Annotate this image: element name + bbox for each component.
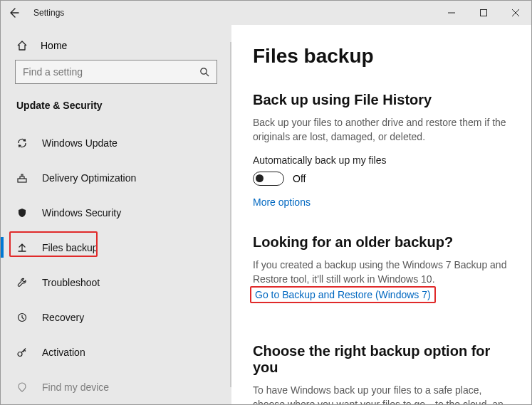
maximize-icon: [480, 9, 487, 16]
svg-line-5: [206, 73, 209, 76]
sidebar-item-windows-security[interactable]: Windows Security: [1, 195, 231, 230]
nav-label: Recovery: [42, 312, 84, 323]
titlebar: Settings: [1, 1, 531, 25]
back-arrow-icon: [8, 7, 19, 19]
close-icon: [512, 9, 519, 16]
body: Home Update & Security Windows Update: [1, 25, 531, 404]
section-file-history-desc: Back up your files to another drive and …: [253, 115, 508, 144]
content: Files backup Back up using File History …: [231, 25, 531, 404]
sidebar-item-recovery[interactable]: Recovery: [1, 300, 231, 335]
nav-label: Find my device: [42, 382, 109, 393]
sidebar: Home Update & Security Windows Update: [1, 25, 231, 404]
location-icon: [16, 382, 32, 393]
section-choose-backup-desc: To have Windows back up your files to a …: [253, 383, 508, 404]
more-options-link[interactable]: More options: [253, 196, 311, 208]
nav: Windows Update Delivery Optimization Win…: [1, 125, 231, 404]
search-input[interactable]: [23, 66, 199, 78]
toggle-label: Automatically back up my files: [253, 154, 508, 166]
delivery-icon: [16, 172, 32, 184]
backup-toggle[interactable]: [253, 172, 284, 186]
sidebar-item-troubleshoot[interactable]: Troubleshoot: [1, 265, 231, 300]
recovery-icon: [16, 312, 32, 323]
section-older-backup-desc: If you created a backup using the Window…: [253, 258, 508, 287]
sidebar-item-find-my-device[interactable]: Find my device: [1, 369, 231, 404]
svg-rect-1: [480, 10, 486, 16]
sidebar-home[interactable]: Home: [1, 38, 231, 53]
home-icon: [16, 40, 32, 51]
wrench-icon: [16, 277, 32, 288]
section-choose-backup-heading: Choose the right backup option for you: [253, 343, 508, 376]
sidebar-item-files-backup[interactable]: Files backup: [1, 230, 231, 265]
close-button[interactable]: [499, 2, 531, 23]
nav-label: Delivery Optimization: [42, 172, 136, 184]
sidebar-item-windows-update[interactable]: Windows Update: [1, 125, 231, 160]
nav-label: Activation: [42, 347, 85, 358]
section-older-backup-heading: Looking for an older backup?: [253, 234, 508, 251]
home-label: Home: [41, 40, 67, 51]
nav-label: Troubleshoot: [42, 277, 100, 288]
section-file-history-heading: Back up using File History: [253, 92, 508, 108]
sync-icon: [16, 137, 32, 149]
svg-rect-6: [18, 179, 26, 182]
back-button[interactable]: [8, 7, 21, 19]
maximize-button[interactable]: [467, 2, 499, 23]
nav-label: Windows Security: [42, 207, 121, 219]
page-title: Files backup: [253, 45, 508, 68]
sidebar-divider: [230, 42, 231, 387]
svg-point-8: [18, 352, 22, 356]
search-box[interactable]: [15, 60, 217, 84]
backup-icon: [16, 242, 32, 253]
search-icon: [199, 67, 209, 77]
window-controls: [435, 2, 531, 23]
settings-window: Settings Home: [0, 0, 532, 405]
minimize-icon: [448, 9, 455, 16]
backup-restore-win7-link[interactable]: Go to Backup and Restore (Windows 7): [255, 289, 431, 300]
svg-point-4: [201, 68, 207, 74]
window-title: Settings: [33, 8, 64, 18]
sidebar-item-delivery-optimization[interactable]: Delivery Optimization: [1, 160, 231, 195]
search-wrap: [15, 60, 217, 84]
toggle-state: Off: [293, 173, 306, 184]
category-title: Update & Security: [16, 100, 231, 111]
titlebar-left: Settings: [1, 7, 64, 19]
nav-label: Files backup: [42, 242, 98, 253]
toggle-knob: [256, 174, 264, 182]
shield-icon: [16, 207, 32, 219]
key-icon: [16, 347, 32, 358]
sidebar-item-activation[interactable]: Activation: [1, 335, 231, 369]
toggle-row: Off: [253, 172, 508, 186]
minimize-button[interactable]: [435, 2, 467, 23]
nav-label: Windows Update: [42, 137, 118, 149]
